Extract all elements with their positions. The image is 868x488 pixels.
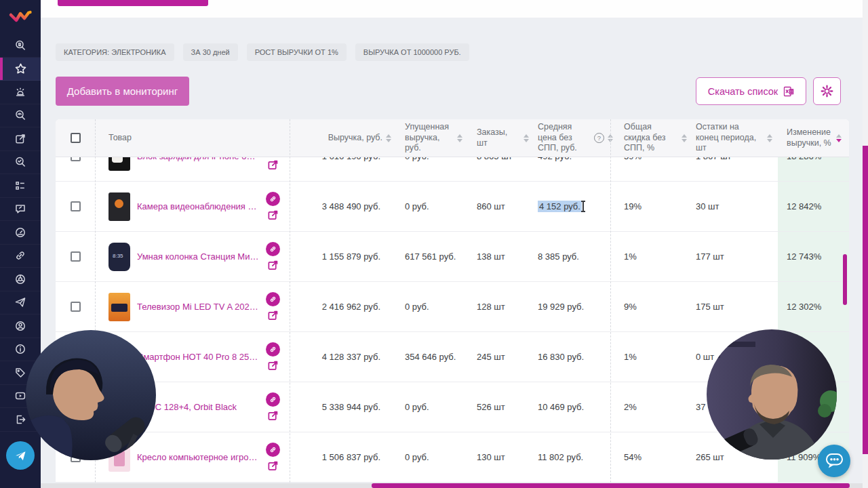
sidebar-item-tasks[interactable] [0,174,41,198]
open-external-icon[interactable] [267,209,279,221]
row-checkbox[interactable] [71,251,81,262]
select-all-checkbox[interactable] [71,133,81,143]
header-orders[interactable]: Заказы, шт [471,127,529,148]
sidebar-item-favorites[interactable] [0,58,41,81]
add-to-monitoring-button[interactable]: Добавить в мониторинг [56,77,189,106]
sort-icon-active-desc[interactable] [836,134,842,142]
filter-chip-period[interactable]: ЗА 30 дней [183,43,238,61]
product-name-link[interactable]: Камера видеонаблюдения Wi... [137,201,259,211]
row-checkbox[interactable] [71,201,81,211]
table-row: Телевизор Mi LED TV A 2025 3... 2 416 96… [56,282,849,332]
product-name-link[interactable]: Умная колонка Станция Мин... [137,251,259,262]
link-badge-icon[interactable] [266,443,280,457]
open-external-icon[interactable] [267,159,279,171]
sidebar-item-notifications[interactable] [0,81,41,104]
header-avg-price[interactable]: Средняя цена без СПП, руб.? [529,122,614,154]
link-badge-icon[interactable] [266,242,280,256]
sidebar-item-links[interactable] [0,245,41,268]
avg-price-cell: 492 руб. [529,157,614,161]
open-external-icon[interactable] [267,260,279,271]
filter-chip-category[interactable]: КАТЕГОРИЯ: ЭЛЕКТРОНИКА [56,43,174,61]
sort-icon[interactable] [457,134,462,142]
link-badge-icon[interactable] [266,192,280,206]
orders-cell: 526 шт [471,402,529,412]
revenue-cell: 4 128 337 руб. [290,352,397,362]
tag-icon [14,367,26,379]
selected-text: 4 152 руб. [538,201,582,212]
lost-revenue-cell: 354 646 руб. [397,352,471,362]
sidebar-item-external[interactable] [0,127,41,151]
lost-revenue-cell: 0 руб. [397,452,471,462]
stock-cell: 1 867 шт [692,157,778,161]
sidebar-item-browser[interactable] [0,268,41,291]
revenue-change-cell: 12 842% [778,201,849,211]
sidebar-item-search-analysis[interactable] [0,104,41,128]
table-vertical-scrollbar-thumb[interactable] [843,254,847,305]
horizontal-scrollbar-thumb[interactable] [372,483,850,488]
sidebar-item-product-search[interactable] [0,34,41,58]
avg-price-cell: 11 802 руб. [529,452,614,462]
feedback-chat-icon [14,203,26,215]
sort-icon[interactable] [767,134,772,142]
notifications-siren-icon [14,86,26,98]
filter-chip-revenue[interactable]: ВЫРУЧКА ОТ 1000000 РУБ. [355,43,469,61]
table-settings-button[interactable] [813,77,841,105]
logo-icon [7,7,33,26]
telegram-button[interactable] [6,441,35,470]
filter-chip-growth[interactable]: РОСТ ВЫРУЧКИ ОТ 1% [247,43,347,61]
row-checkbox[interactable] [71,302,81,312]
sort-icon[interactable] [524,134,529,142]
row-checkbox[interactable] [71,157,81,161]
link-badge-icon[interactable] [266,342,280,357]
product-name-link[interactable]: Телевизор Mi LED TV A 2025 3... [137,302,259,312]
sidebar-item-account[interactable] [0,314,41,338]
link-icon [14,249,26,262]
help-icon[interactable]: ? [594,133,604,143]
product-name-link[interactable]: Смартфон HOT 40 Pro 8 256 L... [137,352,259,362]
header-stock[interactable]: Остатки на конец периода, шт [692,122,778,154]
avg-price-cell: 19 929 руб. [529,302,614,312]
external-link-icon [14,133,26,145]
text-cursor [583,201,584,211]
clipped-top-button[interactable] [58,0,208,6]
product-name-link[interactable]: Блок зарядки для iPhone быс... [137,157,259,161]
header-revenue[interactable]: Выручка, руб. [290,133,397,144]
sidebar-item-search-check[interactable] [0,151,41,175]
stock-cell: 177 шт [692,251,778,262]
sort-icon[interactable] [682,134,687,142]
sort-icon[interactable] [386,134,391,142]
open-external-icon[interactable] [267,360,279,371]
link-badge-icon[interactable] [266,392,280,407]
revenue-cell: 1 616 196 руб. [290,157,397,161]
header-lost-revenue[interactable]: Упущенная выручка, руб. [397,122,471,154]
revenue-cell: 1 506 837 руб. [290,452,397,462]
product-image [108,192,130,221]
avg-price-cell: 16 830 руб. [529,352,614,362]
sidebar-item-dashboard[interactable] [0,221,41,245]
support-chat-button[interactable] [818,445,850,477]
sidebar-item-info[interactable] [0,338,41,362]
paper-plane-icon [14,296,26,308]
sort-icon[interactable] [608,134,613,142]
discount-cell: 9% [614,302,692,312]
download-list-button[interactable]: Скачать список [696,77,806,105]
app-logo[interactable] [0,0,41,34]
open-external-icon[interactable] [267,310,279,321]
open-external-icon[interactable] [267,410,279,422]
discount-cell: 59% [614,157,692,161]
sidebar-item-telegram[interactable] [0,291,41,315]
header-product[interactable]: Товар [95,133,290,144]
excel-file-icon [783,86,794,97]
open-external-icon[interactable] [267,460,279,472]
discount-cell: 1% [614,251,692,262]
product-name-link[interactable]: Кресло компьютерное игров... [137,452,259,462]
video-icon [14,390,26,402]
sidebar-item-feedback[interactable] [0,198,41,222]
discount-cell: 54% [614,452,692,462]
page-vertical-scrollbar-thumb[interactable] [863,146,868,454]
link-badge-icon[interactable] [266,292,280,306]
product-image [108,243,130,271]
search-products-icon [14,39,26,52]
header-revenue-change[interactable]: Изменение выручки, % [778,127,849,148]
header-discount[interactable]: Общая скидка без СПП, % [614,122,692,154]
